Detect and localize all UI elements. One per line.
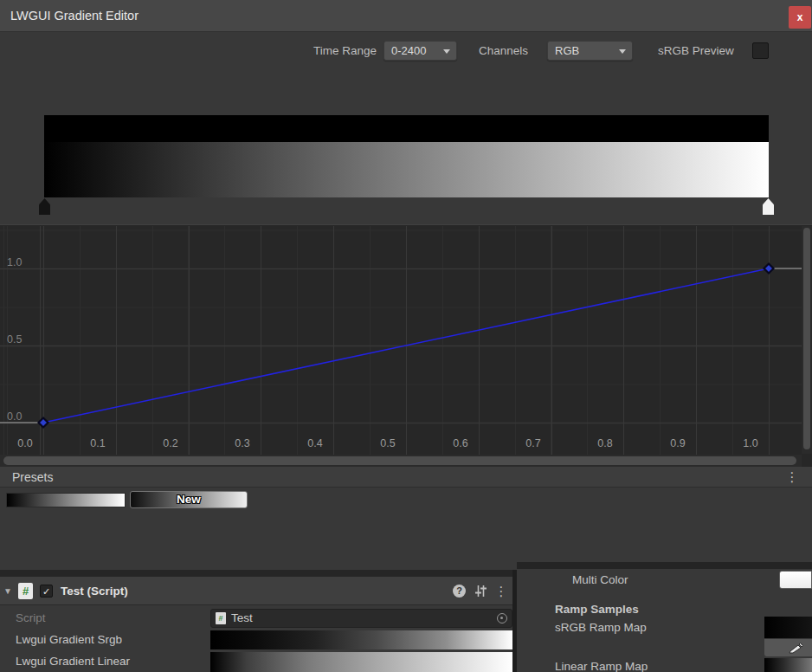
time-range-label: Time Range [299, 41, 377, 61]
multi-color-swatch[interactable] [779, 571, 812, 589]
script-row-label: Script [16, 609, 46, 628]
component-enabled-checkbox[interactable]: ✓ [40, 585, 53, 598]
curve-svg [0, 226, 802, 455]
csharp-script-icon: # [18, 583, 33, 599]
x-axis-tick: 0.8 [590, 437, 620, 449]
linear-ramp-map-thumbnail[interactable] [764, 658, 812, 672]
y-axis-tick: 1.0 [7, 256, 33, 270]
gradient-key-white[interactable] [763, 198, 774, 215]
x-axis-tick: 0.3 [228, 437, 257, 449]
multi-color-label: Multi Color [572, 572, 628, 588]
curve-key-start[interactable] [39, 418, 48, 428]
object-picker-icon[interactable] [497, 613, 507, 624]
script-object-value: Test [231, 610, 253, 627]
bottom-separator [0, 570, 517, 577]
y-axis-tick: 0.5 [7, 333, 33, 347]
component-menu-icon[interactable]: ⋮ [493, 577, 509, 605]
time-range-value: 0-2400 [391, 44, 426, 57]
edit-ramp-button[interactable] [764, 639, 812, 656]
csharp-script-icon: # [216, 612, 226, 624]
script-object-field[interactable]: # Test [210, 609, 512, 628]
lwgui-gradient-editor-window: { "window": { "title": "LWGUI Gradient E… [0, 0, 812, 672]
chevron-down-icon [619, 49, 626, 54]
curve-editor: 1.0 0.5 0.0 [0, 224, 812, 468]
x-axis-tick: 0.1 [83, 437, 113, 449]
gradient-preview[interactable] [44, 115, 769, 197]
channels-value: RGB [555, 44, 579, 57]
gradient-linear-label: Lwgui Gradient Linear [16, 652, 130, 671]
window-title: LWGUI Gradient Editor [10, 0, 139, 32]
gradient-srgb-field[interactable] [210, 630, 512, 649]
vertical-scrollbar[interactable] [802, 226, 812, 454]
vertical-scrollbar-thumb[interactable] [803, 228, 810, 449]
srgb-preview-checkbox[interactable] [752, 42, 769, 59]
presets-title: Presets [12, 467, 53, 488]
srgb-ramp-map-thumbnail[interactable] [764, 617, 812, 638]
pencil-icon [788, 642, 805, 654]
linear-ramp-map-label: Linear Ramp Map [555, 658, 648, 672]
channels-dropdown[interactable]: RGB [547, 41, 633, 61]
x-axis-tick: 0.4 [300, 437, 330, 449]
title-bar: LWGUI Gradient Editor [0, 0, 812, 32]
gradient-alpha-strip[interactable] [44, 115, 769, 142]
component-header[interactable]: ▼ # ✓ Test (Script) ? ⋮ [0, 577, 512, 605]
gradient-color-strip[interactable] [44, 142, 769, 197]
presets-header: Presets ⋮ [0, 467, 812, 488]
x-axis-tick: 0.9 [663, 437, 693, 449]
component-title: Test (Script) [61, 577, 128, 605]
curve-key-end[interactable] [764, 264, 774, 274]
foldout-arrow-icon[interactable]: ▼ [3, 577, 12, 605]
channels-label: Channels [479, 41, 541, 61]
preset-new-button[interactable]: New [130, 491, 248, 508]
x-axis-tick: 1.0 [736, 437, 765, 449]
srgb-preview-label: sRGB Preview [658, 41, 745, 61]
presets-menu-icon[interactable]: ⋮ [783, 467, 802, 488]
gradient-linear-field[interactable] [210, 652, 512, 672]
help-icon[interactable]: ? [453, 585, 466, 598]
scrollbar-corner [802, 455, 812, 468]
x-axis-tick: 0.5 [373, 437, 403, 449]
gradient-srgb-label: Lwgui Gradient Srgb [16, 630, 122, 649]
horizontal-scrollbar[interactable] [0, 455, 802, 468]
time-range-dropdown[interactable]: 0-2400 [383, 41, 457, 61]
x-axis-tick: 0.2 [156, 437, 185, 449]
gradient-key-black[interactable] [39, 198, 50, 215]
x-axis-tick: 0.7 [519, 437, 548, 449]
ramp-samples-header: Ramp Samples [555, 601, 639, 617]
x-axis-tick: 0.0 [10, 437, 40, 449]
srgb-ramp-map-label: sRGB Ramp Map [555, 619, 647, 636]
x-axis-tick: 0.6 [446, 437, 475, 449]
y-axis-tick: 0.0 [7, 410, 33, 424]
material-panel-top-edge [517, 562, 812, 569]
presets-sliders-icon[interactable] [474, 584, 488, 598]
curve-line[interactable] [43, 268, 769, 423]
preset-gradient-swatch[interactable] [6, 493, 126, 507]
chevron-down-icon [443, 49, 450, 54]
horizontal-scrollbar-thumb[interactable] [3, 456, 796, 465]
close-button[interactable]: x [789, 6, 811, 29]
